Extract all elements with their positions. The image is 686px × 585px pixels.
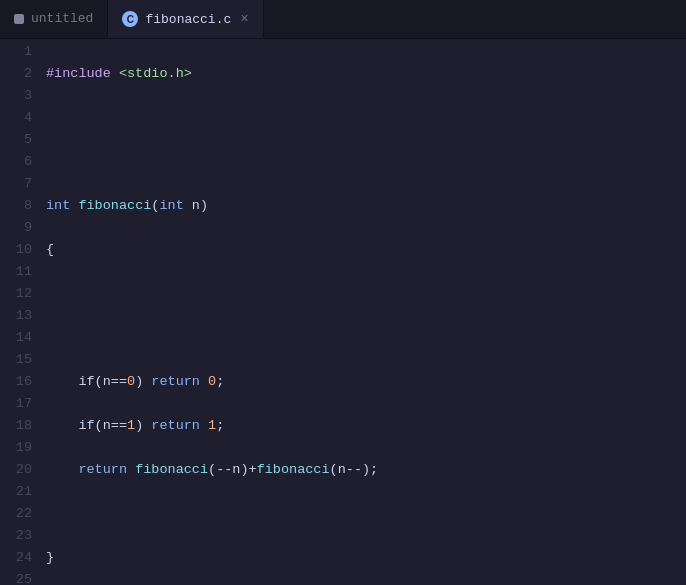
code-editor: 1 2 3 4 5 6 7 8 9 10 11 12 13 14 15 16 1… bbox=[0, 39, 686, 585]
line-11 bbox=[46, 503, 686, 525]
line-9: if(n==1) return 1; bbox=[46, 415, 686, 437]
tab-fibonacci-label: fibonacci.c bbox=[145, 12, 231, 27]
c-file-icon: C bbox=[122, 11, 138, 27]
line-numbers: 1 2 3 4 5 6 7 8 9 10 11 12 13 14 15 16 1… bbox=[0, 39, 42, 585]
line-12: } bbox=[46, 547, 686, 569]
line-8: if(n==0) return 0; bbox=[46, 371, 686, 393]
line-1: #include <stdio.h> bbox=[46, 63, 686, 85]
tab-close-button[interactable]: × bbox=[240, 12, 248, 26]
line-7 bbox=[46, 327, 686, 349]
line-4: int fibonacci(int n) bbox=[46, 195, 686, 217]
tab-bar: untitled C fibonacci.c × bbox=[0, 0, 686, 39]
line-3 bbox=[46, 151, 686, 173]
line-6 bbox=[46, 283, 686, 305]
tab-untitled-label: untitled bbox=[31, 11, 93, 26]
tab-untitled[interactable]: untitled bbox=[0, 0, 108, 38]
tab-fibonacci[interactable]: C fibonacci.c × bbox=[108, 0, 263, 38]
line-5: { bbox=[46, 239, 686, 261]
line-10: return fibonacci(--n)+fibonacci(n--); bbox=[46, 459, 686, 481]
plain-file-icon bbox=[14, 14, 24, 24]
line-2 bbox=[46, 107, 686, 129]
code-content[interactable]: #include <stdio.h> int fibonacci(int n) … bbox=[42, 39, 686, 585]
